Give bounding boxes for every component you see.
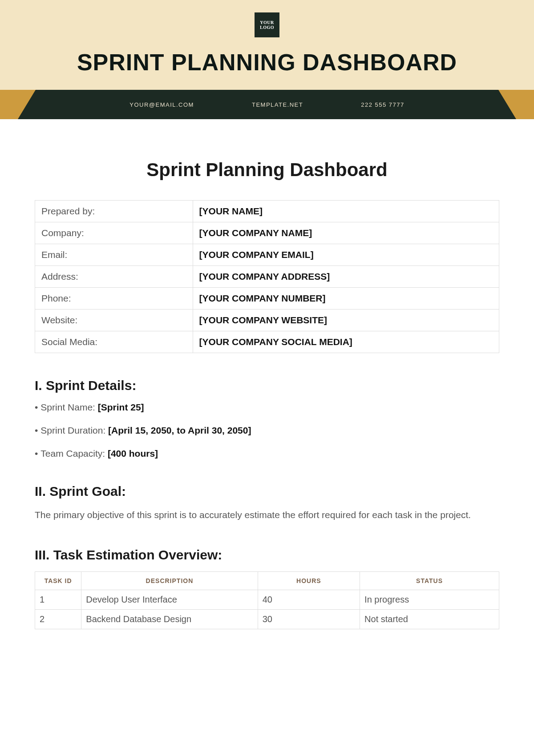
document-body: Sprint Planning Dashboard Prepared by:[Y…: [0, 119, 534, 647]
info-row: Phone:[YOUR COMPANY NUMBER]: [35, 288, 499, 310]
info-row: Company:[YOUR COMPANY NAME]: [35, 222, 499, 244]
task-col-header: DESCRIPTION: [81, 571, 258, 590]
info-value: [YOUR COMPANY WEBSITE]: [193, 310, 499, 331]
info-row: Prepared by:[YOUR NAME]: [35, 201, 499, 222]
task-status: In progress: [360, 590, 499, 609]
sprint-detail-item: •Sprint Name: [Sprint 25]: [35, 402, 499, 413]
info-value: [YOUR COMPANY SOCIAL MEDIA]: [193, 331, 499, 353]
company-info-table: Prepared by:[YOUR NAME]Company:[YOUR COM…: [35, 200, 499, 353]
contact-site: TEMPLATE.NET: [252, 101, 303, 108]
info-row: Email:[YOUR COMPANY EMAIL]: [35, 244, 499, 266]
info-label: Company:: [35, 222, 193, 244]
info-label: Phone:: [35, 288, 193, 310]
info-label: Prepared by:: [35, 201, 193, 222]
dark-band: YOUR@EMAIL.COM TEMPLATE.NET 222 555 7777: [18, 90, 516, 119]
info-value: [YOUR COMPANY ADDRESS]: [193, 266, 499, 288]
task-col-header: STATUS: [360, 571, 499, 590]
task-description: Backend Database Design: [81, 609, 258, 629]
page-title: Sprint Planning Dashboard: [35, 159, 499, 181]
task-id: 2: [35, 609, 81, 629]
sprint-details-list: •Sprint Name: [Sprint 25]•Sprint Duratio…: [35, 402, 499, 459]
sprint-detail-value: [400 hours]: [108, 448, 158, 458]
bullet-icon: •: [35, 425, 38, 435]
info-value: [YOUR COMPANY EMAIL]: [193, 244, 499, 266]
task-hours: 40: [258, 590, 360, 609]
logo-text: YOUR LOGO: [255, 20, 279, 30]
contact-email: YOUR@EMAIL.COM: [129, 101, 194, 108]
sprint-detail-label: Sprint Name:: [40, 402, 97, 412]
info-row: Address:[YOUR COMPANY ADDRESS]: [35, 266, 499, 288]
sprint-detail-item: •Team Capacity: [400 hours]: [35, 448, 499, 459]
info-row: Website:[YOUR COMPANY WEBSITE]: [35, 310, 499, 331]
info-value: [YOUR COMPANY NAME]: [193, 222, 499, 244]
bullet-icon: •: [35, 448, 38, 458]
heading-sprint-details: I. Sprint Details:: [35, 378, 499, 393]
info-label: Address:: [35, 266, 193, 288]
task-table-header-row: TASK IDDESCRIPTIONHOURSSTATUS: [35, 571, 499, 590]
task-status: Not started: [360, 609, 499, 629]
hero-title: SPRINT PLANNING DASHBOARD: [0, 49, 534, 76]
heading-sprint-goal: II. Sprint Goal:: [35, 484, 499, 499]
info-row: Social Media:[YOUR COMPANY SOCIAL MEDIA]: [35, 331, 499, 353]
task-description: Develop User Interface: [81, 590, 258, 609]
info-value: [YOUR COMPANY NUMBER]: [193, 288, 499, 310]
sprint-detail-label: Team Capacity:: [40, 448, 108, 458]
hero-banner: YOUR LOGO SPRINT PLANNING DASHBOARD: [0, 0, 534, 90]
contact-phone: 222 555 7777: [361, 101, 405, 108]
task-row: 1Develop User Interface40In progress: [35, 590, 499, 609]
task-hours: 30: [258, 609, 360, 629]
sprint-detail-value: [April 15, 2050, to April 30, 2050]: [108, 425, 251, 435]
sprint-detail-value: [Sprint 25]: [98, 402, 144, 412]
task-col-header: TASK ID: [35, 571, 81, 590]
sprint-detail-label: Sprint Duration:: [40, 425, 108, 435]
task-table: TASK IDDESCRIPTIONHOURSSTATUS 1Develop U…: [35, 571, 499, 629]
info-value: [YOUR NAME]: [193, 201, 499, 222]
logo-placeholder: YOUR LOGO: [255, 12, 279, 37]
info-label: Social Media:: [35, 331, 193, 353]
sprint-detail-item: •Sprint Duration: [April 15, 2050, to Ap…: [35, 425, 499, 436]
task-row: 2Backend Database Design30Not started: [35, 609, 499, 629]
info-label: Website:: [35, 310, 193, 331]
info-label: Email:: [35, 244, 193, 266]
task-id: 1: [35, 590, 81, 609]
sprint-goal-text: The primary objective of this sprint is …: [35, 508, 499, 523]
heading-task-overview: III. Task Estimation Overview:: [35, 547, 499, 563]
bullet-icon: •: [35, 402, 38, 412]
task-col-header: HOURS: [258, 571, 360, 590]
contact-band: YOUR@EMAIL.COM TEMPLATE.NET 222 555 7777: [0, 90, 534, 119]
